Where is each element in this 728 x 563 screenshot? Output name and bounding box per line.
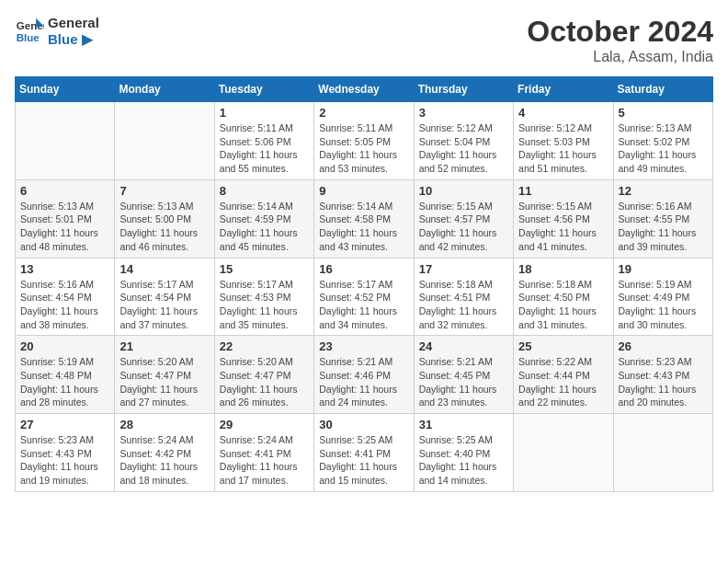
- day-info: Sunrise: 5:22 AM Sunset: 4:44 PM Dayligh…: [518, 355, 608, 409]
- calendar-cell: 15Sunrise: 5:17 AM Sunset: 4:53 PM Dayli…: [214, 258, 313, 336]
- calendar-week-3: 13Sunrise: 5:16 AM Sunset: 4:54 PM Dayli…: [16, 258, 713, 336]
- day-info: Sunrise: 5:24 AM Sunset: 4:41 PM Dayligh…: [220, 433, 309, 488]
- calendar-week-2: 6Sunrise: 5:13 AM Sunset: 5:01 PM Daylig…: [16, 179, 713, 258]
- day-info: Sunrise: 5:25 AM Sunset: 4:41 PM Dayligh…: [319, 433, 408, 488]
- day-info: Sunrise: 5:21 AM Sunset: 4:46 PM Dayligh…: [319, 355, 408, 409]
- day-number: 28: [119, 418, 209, 431]
- calendar-cell: 12Sunrise: 5:16 AM Sunset: 4:55 PM Dayli…: [613, 179, 712, 258]
- calendar-cell: [514, 414, 613, 492]
- logo-icon: General Blue: [15, 17, 44, 46]
- day-number: 21: [119, 339, 209, 353]
- day-info: Sunrise: 5:12 AM Sunset: 5:03 PM Dayligh…: [518, 121, 608, 176]
- title-area: October 2024 Lala, Assam, India: [527, 15, 713, 65]
- svg-text:Blue: Blue: [17, 32, 40, 43]
- day-number: 12: [619, 184, 708, 198]
- calendar-cell: 29Sunrise: 5:24 AM Sunset: 4:41 PM Dayli…: [214, 414, 313, 492]
- col-header-saturday: Saturday: [613, 77, 712, 102]
- col-header-sunday: Sunday: [16, 77, 115, 102]
- calendar-cell: 10Sunrise: 5:15 AM Sunset: 4:57 PM Dayli…: [414, 179, 513, 258]
- day-info: Sunrise: 5:16 AM Sunset: 4:55 PM Dayligh…: [619, 200, 708, 254]
- calendar-cell: 11Sunrise: 5:15 AM Sunset: 4:56 PM Dayli…: [514, 179, 613, 258]
- day-info: Sunrise: 5:15 AM Sunset: 4:57 PM Dayligh…: [419, 200, 508, 254]
- day-number: 6: [20, 184, 109, 198]
- day-info: Sunrise: 5:20 AM Sunset: 4:47 PM Dayligh…: [220, 355, 309, 409]
- day-number: 10: [419, 184, 508, 198]
- col-header-friday: Friday: [514, 77, 613, 102]
- day-info: Sunrise: 5:14 AM Sunset: 4:58 PM Dayligh…: [319, 200, 408, 254]
- calendar-cell: 8Sunrise: 5:14 AM Sunset: 4:59 PM Daylig…: [214, 179, 313, 258]
- day-info: Sunrise: 5:23 AM Sunset: 4:43 PM Dayligh…: [20, 433, 109, 488]
- calendar-cell: 16Sunrise: 5:17 AM Sunset: 4:52 PM Dayli…: [314, 258, 414, 336]
- logo-general: General: [48, 15, 99, 31]
- day-info: Sunrise: 5:12 AM Sunset: 5:04 PM Dayligh…: [419, 121, 508, 176]
- day-info: Sunrise: 5:13 AM Sunset: 5:00 PM Dayligh…: [119, 200, 209, 254]
- day-number: 5: [619, 106, 708, 120]
- day-info: Sunrise: 5:13 AM Sunset: 5:02 PM Dayligh…: [619, 121, 708, 176]
- col-header-tuesday: Tuesday: [214, 77, 313, 102]
- day-number: 15: [220, 262, 309, 276]
- day-info: Sunrise: 5:15 AM Sunset: 4:56 PM Dayligh…: [518, 200, 608, 254]
- calendar-week-4: 20Sunrise: 5:19 AM Sunset: 4:48 PM Dayli…: [16, 336, 713, 414]
- day-number: 1: [220, 106, 309, 120]
- day-number: 4: [518, 106, 608, 120]
- calendar-cell: 18Sunrise: 5:18 AM Sunset: 4:50 PM Dayli…: [514, 258, 613, 336]
- calendar-cell: 27Sunrise: 5:23 AM Sunset: 4:43 PM Dayli…: [16, 414, 115, 492]
- calendar-cell: 3Sunrise: 5:12 AM Sunset: 5:04 PM Daylig…: [414, 102, 513, 180]
- day-number: 25: [518, 339, 608, 353]
- calendar-week-5: 27Sunrise: 5:23 AM Sunset: 4:43 PM Dayli…: [16, 414, 713, 492]
- day-info: Sunrise: 5:18 AM Sunset: 4:50 PM Dayligh…: [518, 278, 608, 332]
- day-info: Sunrise: 5:21 AM Sunset: 4:45 PM Dayligh…: [419, 355, 508, 409]
- calendar-cell: 30Sunrise: 5:25 AM Sunset: 4:41 PM Dayli…: [314, 414, 414, 492]
- calendar-cell: 6Sunrise: 5:13 AM Sunset: 5:01 PM Daylig…: [16, 179, 115, 258]
- calendar-cell: 20Sunrise: 5:19 AM Sunset: 4:48 PM Dayli…: [16, 336, 115, 414]
- calendar-cell: 17Sunrise: 5:18 AM Sunset: 4:51 PM Dayli…: [414, 258, 513, 336]
- calendar-cell: 28Sunrise: 5:24 AM Sunset: 4:42 PM Dayli…: [115, 414, 214, 492]
- day-number: 29: [220, 418, 309, 431]
- calendar-cell: 13Sunrise: 5:16 AM Sunset: 4:54 PM Dayli…: [16, 258, 115, 336]
- calendar-cell: 9Sunrise: 5:14 AM Sunset: 4:58 PM Daylig…: [314, 179, 414, 258]
- calendar-cell: [16, 102, 115, 180]
- day-info: Sunrise: 5:25 AM Sunset: 4:40 PM Dayligh…: [419, 433, 508, 488]
- logo: General Blue General Blue ▶: [15, 15, 99, 48]
- day-number: 22: [220, 339, 309, 353]
- day-info: Sunrise: 5:19 AM Sunset: 4:49 PM Dayligh…: [619, 278, 708, 332]
- day-number: 23: [319, 339, 408, 353]
- day-info: Sunrise: 5:20 AM Sunset: 4:47 PM Dayligh…: [119, 355, 209, 409]
- calendar-cell: 26Sunrise: 5:23 AM Sunset: 4:43 PM Dayli…: [613, 336, 712, 414]
- calendar-cell: 19Sunrise: 5:19 AM Sunset: 4:49 PM Dayli…: [613, 258, 712, 336]
- day-number: 7: [119, 184, 209, 198]
- calendar-cell: 7Sunrise: 5:13 AM Sunset: 5:00 PM Daylig…: [115, 179, 214, 258]
- calendar-week-1: 1Sunrise: 5:11 AM Sunset: 5:06 PM Daylig…: [16, 102, 713, 180]
- day-number: 20: [20, 339, 109, 353]
- calendar-cell: 21Sunrise: 5:20 AM Sunset: 4:47 PM Dayli…: [115, 336, 214, 414]
- header: General Blue General Blue ▶ October 2024…: [15, 15, 713, 65]
- day-number: 17: [419, 262, 508, 276]
- logo-blue: Blue ▶: [48, 31, 99, 48]
- day-number: 3: [419, 106, 508, 120]
- day-number: 14: [119, 262, 209, 276]
- col-header-wednesday: Wednesday: [314, 77, 414, 102]
- calendar-cell: 31Sunrise: 5:25 AM Sunset: 4:40 PM Dayli…: [414, 414, 513, 492]
- day-number: 18: [518, 262, 608, 276]
- day-info: Sunrise: 5:17 AM Sunset: 4:53 PM Dayligh…: [220, 278, 309, 332]
- calendar-cell: 1Sunrise: 5:11 AM Sunset: 5:06 PM Daylig…: [214, 102, 313, 180]
- day-number: 13: [20, 262, 109, 276]
- day-number: 26: [619, 339, 708, 353]
- calendar-header-row: SundayMondayTuesdayWednesdayThursdayFrid…: [16, 77, 713, 102]
- day-info: Sunrise: 5:17 AM Sunset: 4:54 PM Dayligh…: [119, 278, 209, 332]
- day-info: Sunrise: 5:14 AM Sunset: 4:59 PM Dayligh…: [220, 200, 309, 254]
- day-info: Sunrise: 5:18 AM Sunset: 4:51 PM Dayligh…: [419, 278, 508, 332]
- day-number: 9: [319, 184, 408, 198]
- day-info: Sunrise: 5:24 AM Sunset: 4:42 PM Dayligh…: [119, 433, 209, 488]
- calendar-cell: 23Sunrise: 5:21 AM Sunset: 4:46 PM Dayli…: [314, 336, 414, 414]
- day-info: Sunrise: 5:19 AM Sunset: 4:48 PM Dayligh…: [20, 355, 109, 409]
- calendar-cell: 24Sunrise: 5:21 AM Sunset: 4:45 PM Dayli…: [414, 336, 513, 414]
- calendar-cell: 14Sunrise: 5:17 AM Sunset: 4:54 PM Dayli…: [115, 258, 214, 336]
- calendar-cell: 22Sunrise: 5:20 AM Sunset: 4:47 PM Dayli…: [214, 336, 313, 414]
- calendar-location: Lala, Assam, India: [527, 49, 713, 65]
- day-number: 11: [518, 184, 608, 198]
- day-number: 16: [319, 262, 408, 276]
- col-header-monday: Monday: [115, 77, 214, 102]
- day-number: 2: [319, 106, 408, 120]
- day-info: Sunrise: 5:23 AM Sunset: 4:43 PM Dayligh…: [619, 355, 708, 409]
